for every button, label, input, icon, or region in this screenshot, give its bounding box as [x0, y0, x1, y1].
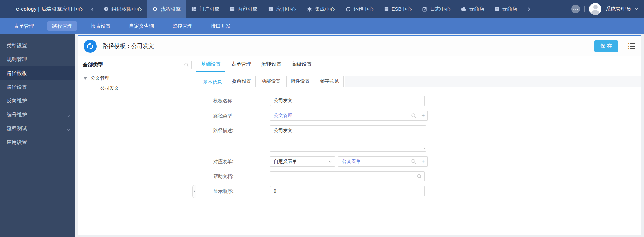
sidebar-item-path-settings[interactable]: 路径设置	[0, 80, 75, 94]
add-form-button[interactable]: +	[419, 156, 428, 167]
page-title: 路径模板：公司发文	[103, 42, 154, 50]
top-nav-item-workflow-engine[interactable]: 流程引擎	[147, 0, 186, 18]
tab-flow-settings[interactable]: 流转设置	[257, 56, 286, 72]
help-doc-input[interactable]	[270, 171, 425, 181]
tree-search-input[interactable]	[106, 61, 192, 69]
top-navbar: e-cology | 后端引擎应用中心 组织权限中心 流程引擎 门户引擎	[0, 0, 644, 18]
subtab-signature-comments[interactable]: 签字意见	[316, 76, 344, 87]
tree-expand-icon[interactable]	[84, 77, 87, 80]
sidebar-item-number-maintenance[interactable]: 编号维护	[0, 108, 75, 122]
app-brand: e-cology | 后端引擎应用中心	[0, 6, 83, 12]
flow-icon	[152, 6, 158, 12]
basic-info-form: 模板名称: 路径类型: +	[196, 96, 641, 196]
top-nav-item-label: 应用中心	[276, 6, 296, 12]
top-nav-item-integration-center[interactable]: 集成中心	[301, 0, 340, 18]
top-nav-item-label: 内容引擎	[237, 6, 257, 12]
tree-search	[106, 61, 192, 69]
nav-scroll-left-icon[interactable]	[87, 0, 98, 18]
tree-node-root[interactable]: 公文管理	[83, 73, 192, 83]
sidebar-item-reverse-maintenance[interactable]: 反向维护	[0, 94, 75, 108]
module-navbar: 表单管理 路径管理 报表设置 自定义查询 监控管理 接口开发	[0, 18, 644, 34]
sidebar-item-label: 路径模板	[7, 70, 27, 77]
subtab-reminder-settings[interactable]: 提醒设置	[228, 76, 256, 87]
top-nav-item-label: ESB中心	[391, 6, 412, 12]
search-icon[interactable]	[184, 62, 189, 67]
add-path-type-button[interactable]: +	[419, 111, 428, 121]
form-row-display-order: 显示顺序:	[213, 186, 641, 196]
path-desc-textarea[interactable]: 公司发文	[270, 125, 426, 152]
sidebar-item-path-template[interactable]: 路径模板	[0, 66, 75, 80]
subtab-function-settings[interactable]: 功能设置	[257, 76, 285, 87]
top-nav-item-cloud-store-2[interactable]: 云商店	[490, 0, 523, 18]
shield-icon	[104, 7, 109, 12]
subtab-attachment-settings[interactable]: 附件设置	[286, 76, 314, 87]
field-label: 对应表单:	[213, 156, 270, 167]
chevron-down-icon	[67, 126, 69, 131]
tab-form-management[interactable]: 表单管理	[227, 56, 255, 72]
primary-tabs: 基础设置 表单管理 流转设置 高级设置	[196, 56, 641, 72]
sidebar-item-process-test[interactable]: 流程测试	[0, 122, 75, 136]
chevron-down-icon	[635, 7, 638, 10]
tab-advanced-settings[interactable]: 高级设置	[287, 56, 316, 72]
integration-asterisk-icon	[307, 7, 312, 12]
display-order-input[interactable]	[270, 186, 425, 196]
field-label: 显示顺序:	[213, 186, 270, 196]
document-icon	[230, 7, 235, 12]
sub-nav-item-api-development[interactable]: 接口开发	[206, 21, 236, 31]
sub-nav-item-custom-query[interactable]: 自定义查询	[124, 21, 159, 31]
sub-nav-item-form-management[interactable]: 表单管理	[9, 21, 39, 31]
page-header: 路径模板：公司发文 保存	[78, 36, 641, 56]
top-nav-item-app-center[interactable]: 应用中心	[263, 0, 301, 18]
sidebar-item-label: 路径设置	[7, 84, 27, 90]
search-icon[interactable]	[411, 159, 416, 164]
sidebar-item-app-settings[interactable]: 应用设置	[0, 136, 75, 149]
subtab-basic-info[interactable]: 基本信息	[199, 76, 226, 88]
list-menu-icon[interactable]	[628, 43, 635, 49]
top-nav-item-org-permission[interactable]: 组织权限中心	[98, 0, 147, 18]
path-type-lookup: +	[270, 111, 428, 121]
top-nav-item-label: 运维中心	[353, 6, 373, 12]
form-type-select[interactable]: 自定义表单	[270, 156, 335, 167]
left-sidebar: 类型设置 规则管理 路径模板 路径设置 反向维护 编号维护 流程测试 应用设置	[0, 34, 75, 237]
template-name-input[interactable]	[270, 96, 425, 106]
type-tree: 公文管理 公司发文	[83, 73, 192, 93]
tab-basic-settings[interactable]: 基础设置	[196, 56, 225, 72]
top-nav-item-log-center[interactable]: 日志中心	[417, 0, 456, 18]
sub-nav-item-path-management[interactable]: 路径管理	[47, 21, 77, 31]
top-nav-item-label: 流程引擎	[160, 6, 181, 12]
panel-collapse-handle[interactable]	[192, 185, 196, 198]
form-row-path-desc: 路径描述: 公司发文	[213, 125, 641, 152]
top-nav-item-label: 云商店	[469, 6, 484, 12]
top-nav-item-esb-center[interactable]: ESB中心	[379, 0, 417, 18]
document-icon	[495, 7, 499, 12]
top-nav-item-label: 集成中心	[315, 6, 335, 12]
top-nav-item-label: 云商店	[502, 6, 517, 12]
top-nav-item-cloud-store-1[interactable]: 云商店	[456, 0, 490, 18]
sidebar-item-type-settings[interactable]: 类型设置	[0, 39, 75, 53]
path-type-input[interactable]	[270, 111, 419, 121]
top-nav-item-content-engine[interactable]: 内容引擎	[225, 0, 263, 18]
sub-nav-item-monitor-management[interactable]: 监控管理	[167, 21, 198, 31]
subtab-filler	[345, 76, 641, 87]
card-body: 全部类型 公文管理 公司发文	[78, 56, 641, 235]
sub-nav-item-report-settings[interactable]: 报表设置	[85, 21, 116, 31]
top-nav-item-portal-engine[interactable]: 门户引擎	[186, 0, 225, 18]
form-row-path-type: 路径类型: +	[213, 111, 641, 121]
top-nav-item-label: 门户引擎	[199, 6, 219, 12]
form-binding-input[interactable]	[338, 156, 419, 167]
tree-panel-title: 全部类型	[83, 62, 103, 68]
sidebar-item-label: 类型设置	[7, 42, 27, 49]
sidebar-item-label: 流程测试	[7, 125, 27, 132]
more-options-icon[interactable]	[571, 5, 580, 13]
tree-node-label: 公司发文	[100, 85, 119, 91]
search-icon[interactable]	[417, 174, 422, 179]
user-name[interactable]: 系统管理员	[606, 6, 631, 12]
sidebar-item-rule-management[interactable]: 规则管理	[0, 53, 75, 66]
search-icon[interactable]	[411, 113, 416, 118]
user-avatar[interactable]	[589, 3, 601, 15]
tree-node-child[interactable]: 公司发文	[83, 83, 192, 93]
nav-scroll-right-icon[interactable]	[523, 0, 533, 18]
top-nav-item-ops-center[interactable]: 运维中心	[340, 0, 379, 18]
save-button[interactable]: 保存	[594, 40, 618, 52]
settings-panel: 基础设置 表单管理 流转设置 高级设置 基本信息 提醒设置 功能设置 附件设置 …	[196, 56, 641, 235]
